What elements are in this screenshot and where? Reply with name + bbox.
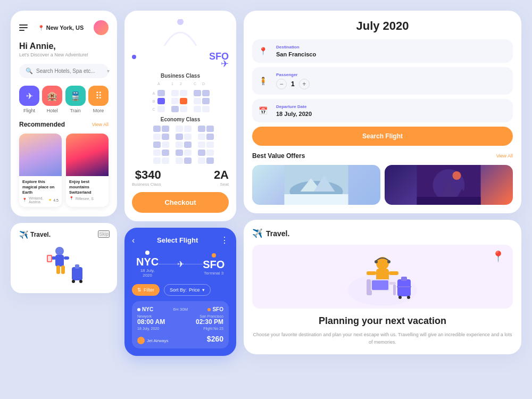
search-input[interactable] [36, 68, 104, 74]
fi-origin-dot [137, 308, 140, 311]
seat-a2[interactable] [171, 90, 179, 96]
passenger-decrease-button[interactable]: − [276, 79, 287, 89]
view-all-offers[interactable]: View All [496, 153, 513, 159]
flight-category-icon: ✈ [19, 86, 39, 106]
passenger-row: 🧍 Passenger − 1 + [259, 72, 506, 89]
business-class-label: Business Class [132, 73, 229, 79]
destination-row: 📍 Destination San Francisco [259, 45, 506, 57]
destination-label: Destination [276, 45, 316, 49]
ticket-price: $340 [132, 168, 161, 182]
seat-c3[interactable] [180, 106, 187, 112]
rec-card-2[interactable]: Enjoy best mountains Switzerland 📍 Rifle… [66, 134, 109, 207]
rec-location-2: Riflesee, S [76, 197, 94, 201]
avatar[interactable] [94, 20, 109, 35]
plane-arch-icon [154, 19, 207, 46]
rec-info-1: Explore this magical place on Earth 📍 Wi… [19, 176, 62, 207]
checkout-button[interactable]: Checkout [132, 192, 229, 213]
view-all-recommended[interactable]: View All [92, 122, 109, 127]
seat-b5[interactable] [202, 98, 210, 104]
skip-button[interactable]: Skip [98, 230, 110, 238]
seat-c5[interactable] [202, 106, 210, 112]
fi-arrive-time: 02:30 PM [196, 318, 223, 326]
passenger-label: Passenger [276, 72, 506, 77]
seat-b4[interactable] [194, 98, 201, 104]
calendar-icon: 📅 [259, 106, 268, 115]
fi-duration: 6H 30M [173, 307, 188, 312]
location-pin-icon: 📍 [38, 25, 44, 31]
offer-image-1[interactable] [252, 165, 380, 205]
passenger-increase-button[interactable]: + [299, 79, 310, 89]
train-category-icon: 🚆 [65, 86, 86, 106]
flight-list-item[interactable]: NYC 6H 30M SFO Newyork San Francisco 08:… [132, 301, 229, 348]
seat-b3-selected[interactable] [180, 98, 187, 104]
seat-c2[interactable] [171, 106, 179, 112]
select-flight-header: ‹ Select Flight ⋮ [132, 235, 229, 245]
select-flight-card: ‹ Select Flight ⋮ NYC 18 July, 2020 ✈ [124, 228, 236, 356]
econ-row-1 [132, 126, 229, 132]
booking-month: July 2020 [252, 19, 513, 33]
travel-planning-card: ✈️ Travel. 📍 [244, 220, 521, 354]
seat-b1[interactable] [157, 98, 165, 104]
fi-cities-row: Newyork San Francisco [137, 314, 223, 318]
seat-c1[interactable] [157, 106, 165, 112]
category-flight[interactable]: ✈ Flight [19, 86, 39, 113]
fi-meta-row: 18 July, 2020 Flight No 23 [137, 327, 223, 330]
travel-brand-sm: Travel. [30, 231, 51, 238]
seat-a4[interactable] [194, 90, 201, 96]
rec-card-1[interactable]: Explore this magical place on Earth 📍 Wi… [19, 134, 62, 207]
travel-plan-brand: Travel. [266, 229, 289, 238]
sort-chevron-icon: ▾ [202, 287, 205, 293]
chevron-down-icon: ▾ [107, 68, 110, 74]
sort-button[interactable]: Sort By: Price ▾ [164, 284, 211, 296]
seat-row-a: A [132, 90, 229, 96]
more-options-icon[interactable]: ⋮ [220, 235, 229, 245]
dest-code: SFO [203, 259, 225, 271]
date-label: Departure Date [276, 104, 312, 109]
seat-a3[interactable] [180, 90, 187, 96]
offer-images [252, 165, 513, 205]
seat-label: Seat [214, 182, 229, 187]
rec-rating-1: 4.5 [53, 198, 59, 202]
svg-point-11 [79, 280, 82, 283]
svg-rect-27 [393, 285, 396, 295]
seat-c4[interactable] [194, 106, 201, 112]
fi-to-code: SFO [212, 306, 223, 312]
back-button[interactable]: ‹ [132, 236, 135, 245]
filter-icon: ⇅ [137, 287, 142, 293]
select-flight-title: Select Flight [157, 236, 198, 244]
travel-card-small: ✈️ Travel. Skip [11, 223, 117, 293]
svg-rect-32 [372, 280, 388, 290]
svg-rect-7 [48, 256, 51, 261]
vacation-person-illustration [340, 247, 425, 306]
column-3: July 2020 📍 Destination San Francisco 🧍 … [244, 11, 521, 354]
greeting-text: Hi Annie, [19, 41, 109, 51]
category-more[interactable]: ⠿ More [88, 86, 109, 113]
passenger-count: 1 [291, 80, 295, 88]
route-line-left [159, 264, 177, 264]
more-label: More [93, 108, 104, 113]
travel-plan-logo: ✈️ Travel. [252, 228, 513, 238]
svg-rect-1 [55, 255, 64, 267]
econ-row-4 [132, 149, 229, 156]
search-bar[interactable]: 🔍 ▾ [19, 64, 109, 78]
svg-rect-33 [367, 271, 376, 275]
fi-from-code: NYC [142, 306, 153, 312]
category-hotel[interactable]: 🏨 Hotel [42, 86, 62, 113]
seat-b2[interactable] [171, 98, 179, 104]
seat-a1[interactable] [157, 90, 165, 96]
recommended-cards: Explore this magical place on Earth 📍 Wi… [19, 134, 109, 207]
menu-icon[interactable] [19, 24, 28, 31]
economy-class-label: Economy Class [132, 117, 229, 122]
hotel-category-icon: 🏨 [42, 86, 62, 106]
offer-image-2[interactable] [385, 165, 513, 205]
seat-a5[interactable] [202, 90, 210, 96]
travel-plan-heading: Planning your next vacation [252, 315, 513, 327]
phone-header: 📍 New York, US [19, 20, 109, 35]
sub-greeting-text: Let's Discover a New Adventure! [19, 52, 109, 57]
search-icon: 🔍 [26, 68, 33, 74]
search-flight-button[interactable]: Search Flight [252, 127, 513, 146]
rec-location-1: Winland, Austria [29, 196, 47, 204]
filter-button[interactable]: ⇅ Filter [132, 284, 160, 296]
category-train[interactable]: 🚆 Train [65, 86, 86, 113]
svg-point-37 [398, 296, 402, 299]
